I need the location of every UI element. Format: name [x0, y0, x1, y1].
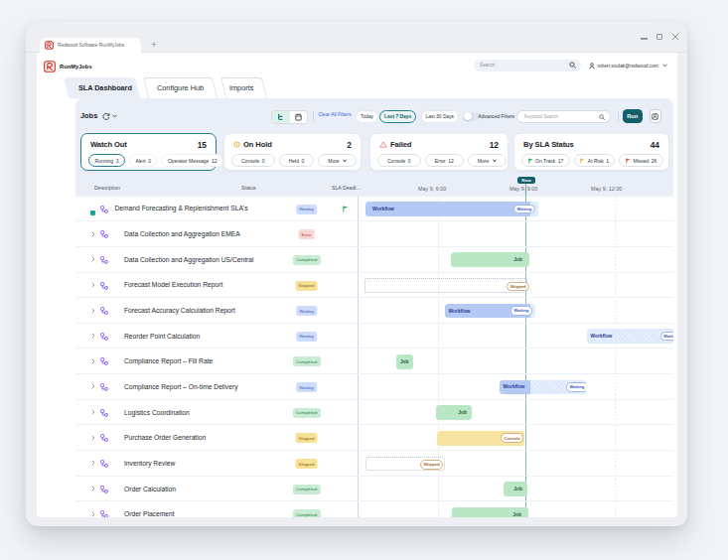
chevron-right-icon[interactable]: [91, 501, 95, 517]
row-description: Data Collection and Aggregation US/Centr…: [124, 247, 253, 272]
gantt-bar-workflow[interactable]: Workflow Waiting: [587, 329, 674, 344]
chevron-down-icon[interactable]: [112, 114, 117, 118]
row-description: Inventory Review: [124, 451, 175, 476]
chevron-right-icon[interactable]: [91, 324, 95, 349]
table-row[interactable]: Forecast Model Execution Report Skipped …: [75, 273, 673, 299]
gantt-bar-job[interactable]: Job: [452, 507, 529, 517]
chevron-right-icon[interactable]: [91, 298, 95, 323]
table-row[interactable]: Logistics Coordination Completed Job: [75, 400, 673, 426]
close-button[interactable]: [671, 33, 679, 41]
column-status[interactable]: Status: [241, 180, 256, 197]
chevron-right-icon[interactable]: [91, 425, 95, 450]
table-row[interactable]: Order Placement Completed Job: [75, 501, 673, 517]
card-pill-alert[interactable]: Alert 0: [129, 154, 158, 167]
desktop-background: Redwood Software RunMyJobs + RunMyJobs r…: [0, 0, 728, 560]
bar-label: Job: [396, 354, 413, 369]
keyword-search[interactable]: [516, 110, 611, 124]
gantt-bar-workflow[interactable]: Workflow Waiting: [365, 202, 538, 216]
row-selected-checkbox[interactable]: [90, 210, 95, 215]
chevron-right-icon[interactable]: [91, 349, 95, 373]
row-description: Data Collection and Aggregation EMEA: [124, 221, 240, 246]
bar-label: Workflow: [591, 329, 613, 344]
filter-last-30-days[interactable]: Last 30 Days: [421, 110, 460, 124]
filter-last-7-days[interactable]: Last 7 Days: [379, 110, 416, 124]
card-pill-console[interactable]: Console 0: [377, 154, 421, 167]
table-row[interactable]: Inventory Review Skipped Skipped: [75, 451, 673, 477]
card-on-hold[interactable]: On Hold 2 Console 0 Held 0 More: [223, 133, 362, 171]
maximize-button[interactable]: [656, 34, 663, 41]
row-description: Logistics Coordination: [124, 400, 190, 425]
chevron-right-icon[interactable]: [91, 221, 95, 246]
gantt-bar-workflow[interactable]: Workflow Waiting: [445, 304, 535, 319]
table-row[interactable]: Compliance Report – Fill Rate Completed …: [75, 349, 673, 374]
card-pill-console[interactable]: Console 0: [231, 154, 275, 167]
card-pill-running[interactable]: Running 3: [88, 154, 125, 167]
redwood-favicon-icon: [45, 41, 54, 50]
chevron-right-icon[interactable]: [91, 374, 95, 399]
card-count: 12: [490, 140, 499, 150]
refresh-icon[interactable]: [102, 112, 110, 120]
chevron-right-icon[interactable]: [91, 273, 95, 298]
card-pill-more[interactable]: More: [318, 154, 357, 167]
chevron-right-icon[interactable]: [91, 400, 95, 425]
card-pill-missed[interactable]: Missed 26: [619, 154, 662, 167]
gantt-bar-skipped[interactable]: Skipped: [365, 457, 445, 472]
card-pill-at-risk[interactable]: At Risk 1: [574, 154, 616, 167]
table-row[interactable]: Data Collection and Aggregation US/Centr…: [75, 247, 673, 273]
card-pill-on-track[interactable]: On Track 17: [521, 154, 570, 167]
table-body: Demand Forecasting & Replenishment SLA's…: [75, 197, 673, 517]
gantt-bar-workflow[interactable]: Workflow Waiting: [500, 380, 587, 395]
entity-selector-label: Jobs: [80, 108, 97, 123]
flag-icon: [528, 158, 533, 164]
bar-label: Workflow: [449, 304, 471, 319]
gantt-bar-job[interactable]: Job: [436, 405, 472, 420]
calendar-view-button[interactable]: [290, 111, 308, 123]
gantt-bar-console[interactable]: Console: [437, 431, 524, 446]
gantt-bar-job[interactable]: Job: [396, 354, 413, 369]
gantt-bar-job[interactable]: Job: [504, 482, 528, 496]
table-row[interactable]: Demand Forecasting & Replenishment SLA's…: [75, 197, 673, 222]
clear-all-filters-link[interactable]: Clear All Filters: [319, 108, 352, 122]
status-badge: Skipped: [295, 433, 318, 443]
keyword-search-input[interactable]: [524, 111, 599, 123]
browser-tab[interactable]: Redwood Software RunMyJobs: [40, 38, 141, 53]
search-icon: [569, 62, 576, 69]
app-name: RunMyJobs: [60, 61, 92, 72]
table-row[interactable]: Compliance Report – On-time Delivery Wai…: [75, 374, 673, 400]
user-menu[interactable]: robert.siudak@redwood.com: [589, 60, 667, 71]
filter-today[interactable]: Today: [356, 110, 378, 124]
card-pill-operator-message[interactable]: Operator Message 12: [161, 154, 222, 167]
browser-window: Redwood Software RunMyJobs + RunMyJobs r…: [26, 22, 687, 526]
run-as-user-button[interactable]: [650, 109, 661, 123]
card-by-sla-status[interactable]: By SLA Status 44 On Track 17 At Risk 1 M…: [513, 133, 669, 171]
list-view-button[interactable]: [272, 111, 290, 123]
table-row[interactable]: Forecast Accuracy Calculation Report Wai…: [75, 298, 673, 324]
gantt-bar-skipped[interactable]: Skipped: [364, 278, 527, 293]
table-row[interactable]: Reorder Point Calculation Waiting Workfl…: [75, 324, 673, 350]
gantt-bar-job[interactable]: Job: [451, 252, 529, 267]
divider: [618, 111, 619, 122]
table-row[interactable]: Purchase Order Generation Skipped Consol…: [75, 425, 673, 451]
card-pill-more[interactable]: More: [468, 154, 507, 167]
chevron-right-icon[interactable]: [91, 451, 95, 476]
workflow-icon: [100, 383, 108, 391]
global-search[interactable]: [474, 60, 581, 71]
search-input[interactable]: [480, 60, 565, 71]
run-button[interactable]: Run: [623, 109, 643, 123]
card-failed[interactable]: Failed 12 Console 0 Error 12 More: [369, 133, 509, 171]
hold-icon: [233, 141, 240, 148]
table-row[interactable]: Data Collection and Aggregation EMEA Err…: [75, 221, 673, 247]
column-sla-deadline[interactable]: SLA Deadl...: [332, 180, 361, 197]
workflow-icon: [100, 282, 108, 290]
card-watch-out[interactable]: Watch Out 15 Running 3 Alert 0 Operator …: [80, 133, 217, 171]
chevron-right-icon[interactable]: [91, 477, 95, 501]
new-tab-button[interactable]: +: [147, 38, 161, 52]
chevron-right-icon[interactable]: [91, 247, 95, 272]
workflow-icon: [100, 486, 108, 493]
column-description[interactable]: Description: [94, 180, 120, 197]
status-badge: Error: [298, 229, 315, 239]
table-row[interactable]: Order Calculation Completed Job: [75, 477, 673, 502]
card-pill-error[interactable]: Error 12: [425, 154, 464, 167]
minimize-button[interactable]: [641, 38, 648, 39]
card-pill-held[interactable]: Held 0: [279, 154, 315, 167]
